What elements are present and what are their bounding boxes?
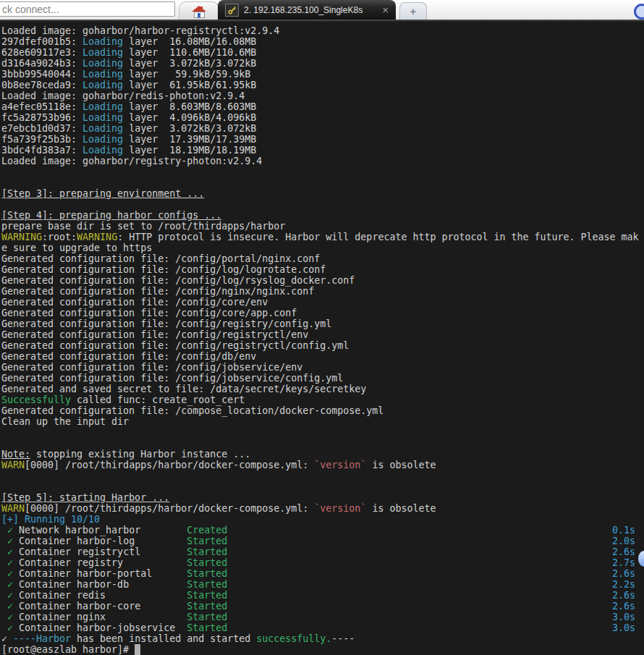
terminal-segment: ✓ xyxy=(1,568,19,579)
terminal-line: Generated configuration file: /config/ng… xyxy=(1,286,644,297)
terminal-line: a4efec05118e: Loading layer 8.603MB/8.60… xyxy=(1,101,644,112)
terminal-line: Loaded image: goharbor/harbor-registryct… xyxy=(1,25,644,36)
terminal-segment: Generated configuration file: /config/ng… xyxy=(1,286,314,297)
terminal-segment: [root@easzlab harbor]# xyxy=(1,644,135,655)
terminal-segment: Generated configuration file: /config/jo… xyxy=(1,362,302,373)
terminal-segment: layer 3.072kB/3.072kB xyxy=(123,58,256,69)
terminal-line: ✓ Container redis Started2.6s xyxy=(1,590,644,601)
terminal-segment: Generated configuration file: /config/po… xyxy=(1,253,320,264)
terminal-segment: 2.2s xyxy=(612,579,635,590)
app-window: 2. 192.168.235.100_SingleK8s × + Loaded … xyxy=(0,0,644,655)
terminal-segment: WARN xyxy=(1,460,25,470)
terminal-segment: layer 8.603MB/8.603MB xyxy=(123,101,256,112)
terminal-segment: Created xyxy=(187,525,227,536)
terminal-segment: ---- xyxy=(331,633,355,644)
terminal-segment: Generated configuration file: /config/re… xyxy=(1,340,349,351)
terminal-line: Note: stopping existing Harbor instance … xyxy=(1,449,644,460)
terminal-segment: has been installed and started xyxy=(71,633,256,644)
terminal-segment: Container nginx xyxy=(19,612,187,622)
terminal-line xyxy=(1,470,644,481)
terminal-segment: layer 17.39MB/17.39MB xyxy=(123,134,256,145)
terminal-segment: [+] Running 10/10 xyxy=(1,514,100,525)
terminal-segment: : HTTP protocol is insecure. Harbor will… xyxy=(117,232,639,242)
terminal-segment: ✓ xyxy=(1,579,19,590)
terminal-segment: ✓ xyxy=(1,525,19,536)
terminal-segment: Loading xyxy=(82,112,123,123)
terminal-segment: Started xyxy=(187,590,227,601)
terminal-line: [Step 4]: preparing harbor configs ... xyxy=(1,210,644,221)
terminal-line: d3164a9024b3: Loading layer 3.072kB/3.07… xyxy=(1,58,644,69)
terminal-segment: layer 3.072kB/3.072kB xyxy=(123,123,256,134)
terminal-line: ✓ Container harbor-core Started2.6s xyxy=(1,601,644,612)
terminal-line: [+] Running 10/10 xyxy=(1,514,644,525)
terminal-segment: ✓ xyxy=(1,557,19,568)
terminal-segment: Loading xyxy=(82,80,123,90)
terminal-segment: 2.6s xyxy=(612,546,635,557)
terminal-segment: Loading xyxy=(82,58,123,69)
tab-close-icon[interactable]: × xyxy=(382,4,389,15)
terminal-line: prepare base dir is set to /root/thirdap… xyxy=(1,221,644,232)
terminal-segment: Container redis xyxy=(19,590,187,601)
terminal-line: 3bbb99540044: Loading layer 59.9kB/59.9k… xyxy=(1,69,644,80)
terminal-segment: 2.6s xyxy=(612,601,635,612)
terminal-segment: e7ebcb1d0d37: xyxy=(1,123,82,134)
terminal-segment: Started xyxy=(187,568,227,579)
terminal-line: 628e609117e3: Loading layer 110.6MB/110.… xyxy=(1,47,644,58)
terminal-segment: 3bdc4fd383a7: xyxy=(1,145,82,156)
terminal-segment: ----Harbor xyxy=(13,633,71,644)
terminal-segment: WARNING xyxy=(77,232,117,242)
terminal-segment: 2.6s xyxy=(612,568,635,579)
terminal-line xyxy=(1,177,644,188)
terminal-segment: Loading xyxy=(82,69,123,80)
terminal-segment: Loading xyxy=(82,47,123,58)
terminal-segment: successfully. xyxy=(256,633,331,644)
terminal-line: WARNING:root:WARNING: HTTP protocol is i… xyxy=(1,232,644,242)
terminal-segment: fc5a28753b96: xyxy=(1,112,82,123)
terminal-line xyxy=(1,438,644,449)
terminal-segment: WARN xyxy=(1,503,25,514)
session-tab[interactable]: 2. 192.168.235.100_SingleK8s × xyxy=(218,0,396,20)
plus-icon: + xyxy=(410,5,417,17)
key-icon xyxy=(225,4,239,17)
terminal-segment: [0000] /root/thirdapps/harbor/docker-com… xyxy=(25,460,314,470)
terminal-segment: Loading xyxy=(82,36,123,47)
terminal-segment: Generated configuration file: /config/lo… xyxy=(1,275,355,286)
terminal-segment: Started xyxy=(187,546,227,557)
terminal-segment: ✓ xyxy=(1,612,19,622)
terminal-line: Generated configuration file: /config/po… xyxy=(1,253,644,264)
terminal-line: ✓ Network harbor_harbor Created0.1s xyxy=(1,525,644,536)
terminal-line xyxy=(1,166,644,177)
home-icon-door xyxy=(198,13,200,17)
new-tab-button[interactable]: + xyxy=(399,2,427,20)
terminal-line: Generated configuration file: /config/co… xyxy=(1,297,644,308)
home-tab-button[interactable] xyxy=(179,1,219,20)
terminal-segment: ✓ xyxy=(1,536,19,546)
terminal-segment: Container registryctl xyxy=(19,546,187,557)
terminal-segment: Generated configuration file: /config/co… xyxy=(1,308,297,318)
terminal[interactable]: Loaded image: goharbor/harbor-registryct… xyxy=(0,22,644,655)
terminal-line: ✓ Container harbor-jobservice Started3.0… xyxy=(1,622,644,633)
terminal-line: [root@easzlab harbor]# xyxy=(1,644,644,655)
terminal-segment: Loading xyxy=(82,123,123,134)
terminal-segment: Container harbor-jobservice xyxy=(19,622,187,633)
terminal-line: Generated configuration file: /compose_l… xyxy=(1,405,644,416)
browser-tab-bar: 2. 192.168.235.100_SingleK8s × + xyxy=(0,0,644,20)
terminal-line: ✓ Container registry Started2.7s xyxy=(1,557,644,568)
terminal-segment: Generated configuration file: /config/db… xyxy=(1,351,256,362)
quick-connect-input[interactable] xyxy=(0,1,175,17)
terminal-line: Generated configuration file: /config/lo… xyxy=(1,275,644,286)
terminal-segment: 297dfef001b5: xyxy=(1,36,82,47)
terminal-line: f5a739f25b3b: Loading layer 17.39MB/17.3… xyxy=(1,134,644,145)
terminal-segment: Loaded image: goharbor/registry-photon:v… xyxy=(1,156,262,166)
terminal-segment: Generated configuration file: /config/re… xyxy=(1,329,308,340)
terminal-segment: is obsolete xyxy=(366,503,436,514)
terminal-segment: Container harbor-db xyxy=(19,579,187,590)
terminal-segment: [0000] /root/thirdapps/harbor/docker-com… xyxy=(25,503,314,514)
terminal-line xyxy=(1,199,644,210)
terminal-line: ✓ Container registryctl Started2.6s xyxy=(1,546,644,557)
terminal-segment: [Step 5]: starting Harbor ... xyxy=(1,492,169,503)
terminal-segment: Started xyxy=(187,557,227,568)
terminal-segment: `version` xyxy=(314,460,366,470)
terminal-segment: layer 18.19MB/18.19MB xyxy=(123,145,256,156)
terminal-segment: Generated and saved secret to file: /dat… xyxy=(1,384,366,394)
